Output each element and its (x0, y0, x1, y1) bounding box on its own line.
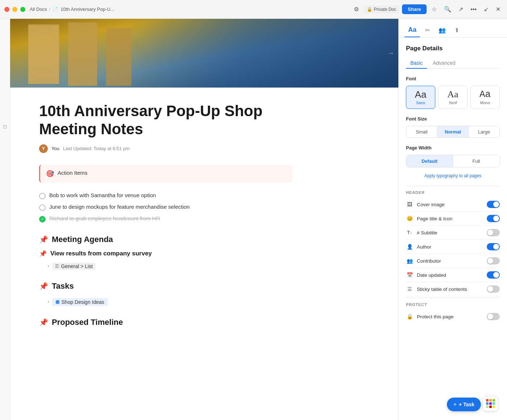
date-updated-label: Date updated (417, 272, 487, 278)
breadcrumb-separator: / (49, 7, 51, 12)
breadcrumb-doc-title[interactable]: 10th Anniversary Pop-U... (60, 7, 114, 12)
tab-typography[interactable]: Aa (405, 23, 420, 37)
right-panel: Aa ✏ 👥 ⬆ Page Details Basic Advanced Fon… (398, 19, 507, 420)
tab-style[interactable]: ✏ (422, 24, 433, 37)
subtitle-toggle[interactable] (487, 229, 500, 236)
author-toggle[interactable] (487, 243, 500, 250)
size-small[interactable]: Small (406, 126, 437, 137)
task-chip[interactable]: Shop Design Ideas (52, 298, 108, 306)
contributor-label: Contributor (417, 258, 487, 264)
panel-title: Page Details (406, 45, 500, 52)
width-default[interactable]: Default (406, 155, 453, 167)
protect-label: Protect this page (417, 314, 487, 319)
task-fab-label: + Task (459, 402, 474, 407)
close-button[interactable] (4, 7, 9, 12)
width-full[interactable]: Full (453, 155, 499, 167)
todo-checkbox-1[interactable] (39, 193, 46, 199)
bullet-item-task: • Shop Design Ideas (48, 297, 293, 307)
page-title-toggle[interactable] (487, 215, 500, 222)
list-chip[interactable]: ☰ General > List (52, 263, 96, 270)
tab-share[interactable]: ⬆ (451, 24, 463, 37)
star-button[interactable]: ☆ (430, 4, 439, 15)
subsection-title: View results from company survey (50, 250, 152, 257)
collapse-button[interactable]: ↙ (482, 4, 491, 15)
titlebar-actions: ⚙ 🔒 Private Doc Share ☆ 🔍 ↗ ••• ↙ ✕ (352, 4, 503, 15)
protect-toggle[interactable] (487, 313, 500, 320)
app-body: ⊡ → 10th Anniversary Pop-Up Shop Meeting… (0, 19, 507, 420)
bullet-dot-icon: • (48, 300, 49, 304)
section-pin-icon: 📌 (39, 235, 48, 244)
font-sans-label: Sans (416, 101, 425, 105)
panel-tabs: Aa ✏ 👥 ⬆ (399, 19, 507, 38)
apply-typography-link[interactable]: Apply typography to all pages (406, 173, 500, 178)
toc-icon: ☰ (406, 285, 413, 293)
list-chip-text: General > List (61, 263, 93, 269)
doc-title: 10th Anniversary Pop-Up Shop Meeting Not… (39, 102, 293, 139)
task-chip-text: Shop Design Ideas (62, 299, 104, 305)
cover-image-toggle[interactable] (487, 201, 500, 208)
todo-text-2: June to design mockups for feature merch… (49, 204, 190, 210)
font-option-serif[interactable]: Aa Serif (438, 86, 468, 109)
section-heading-tasks: 📌 Tasks (39, 281, 293, 291)
bullet-list-survey: • ☰ General > List (48, 261, 293, 271)
minimize-button[interactable] (12, 7, 17, 12)
maximize-button[interactable] (20, 7, 25, 12)
settings-icon-button[interactable]: ⚙ (352, 4, 361, 15)
more-button[interactable]: ••• (468, 4, 479, 15)
tab-collab[interactable]: 👥 (435, 24, 449, 37)
expand-button[interactable]: ↗ (456, 4, 465, 15)
callout-block: 🎯 Action Items (39, 165, 293, 183)
toggle-subtitle: T↕ # Subtitle (406, 226, 500, 240)
panel-divider-1 (406, 186, 500, 186)
breadcrumb: All Docs / 📄 10th Anniversary Pop-U... (30, 7, 114, 12)
size-large[interactable]: Large (469, 126, 499, 137)
meta-author: You (51, 146, 59, 151)
contributor-toggle[interactable] (487, 257, 500, 264)
page-title-icon: 😊 (406, 215, 413, 222)
font-option-sans[interactable]: Aa Sans (406, 86, 435, 109)
font-option-mono[interactable]: Aa Mono (470, 86, 500, 109)
subtab-advanced[interactable]: Advanced (428, 58, 460, 69)
subtab-basic[interactable]: Basic (406, 58, 427, 69)
privacy-label: Private Doc (374, 7, 396, 12)
grid-fab-button[interactable] (483, 396, 498, 411)
task-chip-dot (56, 300, 59, 304)
share-button[interactable]: Share (402, 4, 427, 14)
grid-dots-icon (486, 399, 495, 408)
document-area: → 10th Anniversary Pop-Up Shop Meeting N… (10, 19, 398, 420)
protect-icon: 🔒 (406, 313, 413, 320)
meta-date: Last Updated: Today at 6:51 pm (63, 146, 130, 151)
callout-text: Action Items (58, 170, 88, 176)
task-fab-button[interactable]: + + Task (447, 398, 481, 411)
font-size-label: Font Size (406, 116, 500, 122)
sidebar-toggle-icon: ⊡ (3, 124, 7, 130)
toggle-toc: ☰ Sticky table of contents (406, 282, 500, 296)
font-serif-letter: Aa (447, 90, 458, 99)
avatar: Y (39, 144, 48, 153)
todo-text-1: Bob to work with Samantha for venue opti… (49, 192, 156, 198)
toc-toggle[interactable] (487, 285, 500, 293)
toggle-cover-image: 🖼 Cover image (406, 198, 500, 212)
page-width-label: Page Width (406, 145, 500, 150)
bullet-item-list: • ☰ General > List (48, 261, 293, 271)
font-options: Aa Sans Aa Serif Aa Mono (406, 86, 500, 109)
toc-label: Sticky table of contents (417, 287, 487, 292)
traffic-lights (4, 7, 25, 12)
section-title-tasks: Tasks (52, 281, 74, 291)
sidebar-toggle[interactable]: ⊡ (0, 19, 10, 420)
close-window-button[interactable]: ✕ (494, 4, 503, 15)
breadcrumb-root[interactable]: All Docs (30, 7, 47, 12)
size-normal[interactable]: Normal (437, 126, 469, 137)
todo-item: Bob to work with Samantha for venue opti… (39, 190, 293, 201)
doc-icon: 📄 (53, 7, 58, 12)
style-icon: ✏ (425, 27, 430, 34)
todo-checkbox-3[interactable]: ✓ (39, 216, 46, 222)
collab-icon: 👥 (439, 27, 446, 34)
section-timeline: 📌 Proposed Timeline (39, 318, 293, 327)
date-updated-toggle[interactable] (487, 271, 500, 279)
author-icon: 👤 (406, 243, 413, 250)
todo-checkbox-2[interactable] (39, 204, 46, 211)
search-button[interactable]: 🔍 (442, 4, 453, 15)
author-label: Author (417, 244, 487, 250)
todo-text-3: Richard to grab employee headcount from … (49, 215, 160, 221)
